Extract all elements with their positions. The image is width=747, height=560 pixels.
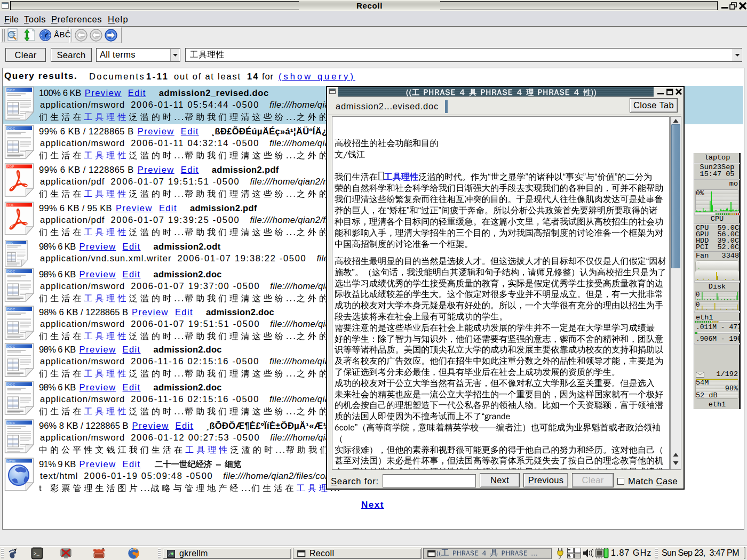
svg-text:DOC: DOC bbox=[7, 126, 15, 130]
svg-text:PDF: PDF bbox=[7, 203, 14, 207]
svg-text:DOC: DOC bbox=[7, 242, 13, 244]
svg-text:PDF: PDF bbox=[7, 165, 14, 169]
svg-text:>_: >_ bbox=[34, 551, 39, 557]
svg-text:DOC: DOC bbox=[7, 421, 15, 425]
svg-text:DOC: DOC bbox=[7, 345, 15, 348]
svg-text:DOC: DOC bbox=[7, 307, 15, 311]
svg-text:DOC: DOC bbox=[7, 382, 15, 386]
svg-text:HTML: HTML bbox=[7, 459, 17, 463]
svg-text:DOC: DOC bbox=[7, 88, 15, 92]
svg-text:DOC: DOC bbox=[7, 269, 15, 273]
